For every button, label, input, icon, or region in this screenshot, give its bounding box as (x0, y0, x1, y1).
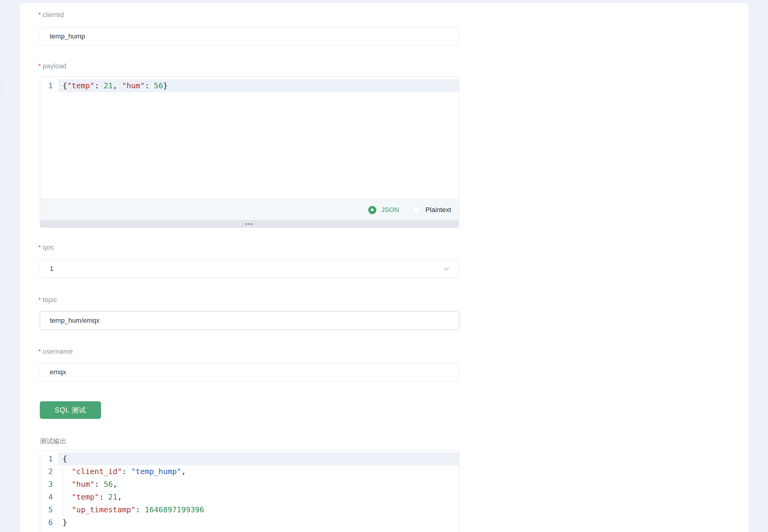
payload-format-bar: JSON Plaintext (40, 199, 459, 221)
payload-code-area[interactable]: 1{"temp": 21, "hum": 56} (40, 77, 459, 199)
line-number: 1 (40, 79, 58, 92)
required-asterisk: * (38, 244, 41, 251)
qos-select[interactable]: 1 (40, 259, 459, 278)
required-asterisk: * (38, 348, 41, 355)
line-number: 1 (40, 453, 58, 465)
left-edge-handle (0, 73, 2, 100)
clientid-value: temp_hump (50, 32, 85, 40)
code-line: 3 "hum": 56, (40, 478, 459, 491)
line-number: 4 (40, 491, 58, 503)
required-asterisk: * (38, 11, 41, 19)
payload-label: *payload (38, 62, 66, 70)
code-line: 2 "client_id": "temp_hump", (40, 465, 459, 478)
test-output-block: 1{2 "client_id": "temp_hump",3 "hum": 56… (40, 450, 459, 532)
output-code-area: 1{2 "client_id": "temp_hump",3 "hum": 56… (40, 450, 459, 529)
line-number: 2 (40, 465, 58, 478)
chevron-down-icon (443, 265, 450, 273)
payload-editor[interactable]: 1{"temp": 21, "hum": 56} JSON Plaintext (40, 76, 459, 221)
clientid-input[interactable]: temp_hump (40, 27, 459, 46)
required-asterisk: * (38, 62, 41, 70)
username-label: *username (38, 348, 73, 355)
username-input[interactable]: emqx (40, 363, 459, 382)
radio-icon (413, 206, 421, 214)
page-background: *clientid temp_hump *payload 1{"temp": 2… (0, 0, 768, 532)
code-line: 1{"temp": 21, "hum": 56} (40, 79, 459, 92)
format-radio-json[interactable]: JSON (368, 206, 399, 214)
required-asterisk: * (38, 296, 41, 304)
username-value: emqx (50, 368, 66, 376)
resize-dots-icon: ••• (246, 221, 254, 227)
test-output-label: 测试输出 (40, 437, 66, 446)
topic-input[interactable]: temp_hum/emqx (40, 311, 459, 330)
clientid-label: *clientid (38, 11, 64, 19)
code-line: 1{ (40, 453, 459, 465)
code-line: 5 "up_timestamp": 1646897199396 (40, 503, 459, 516)
line-number: 5 (40, 503, 58, 516)
sql-test-button[interactable]: SQL 测试 (40, 401, 101, 419)
code-line: 4 "temp": 21, (40, 491, 459, 503)
qos-selected-value: 1 (50, 265, 53, 273)
topic-value: temp_hum/emqx (50, 317, 99, 325)
line-number: 6 (40, 516, 58, 529)
qos-label: *qos (38, 244, 54, 251)
indent-guide (63, 466, 63, 517)
format-radio-plaintext[interactable]: Plaintext (413, 206, 451, 214)
radio-icon (368, 206, 376, 214)
line-number: 3 (40, 478, 58, 491)
topic-label: *topic (38, 296, 57, 304)
code-line: 6} (40, 516, 459, 529)
payload-resize-handle[interactable]: ••• (40, 221, 459, 228)
